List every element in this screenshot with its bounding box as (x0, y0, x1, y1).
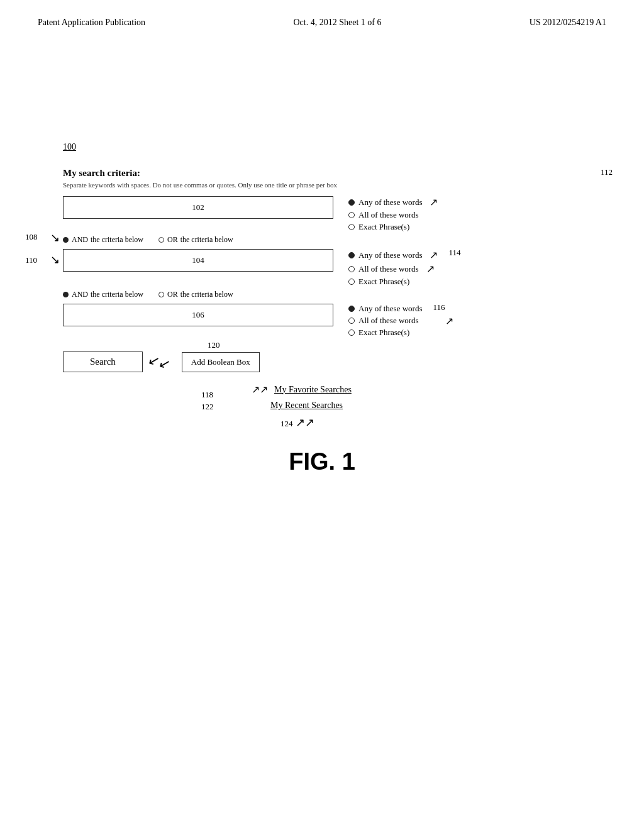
box102-label: 102 (192, 202, 204, 213)
box104-label: 104 (192, 255, 204, 265)
radio-empty-icon-2-116 (348, 329, 355, 336)
radio-exact-114-label: Exact Phrase(s) (358, 277, 409, 287)
radio-group-114: 114 Any of these words ↗ All of these wo… (348, 249, 438, 287)
radio-empty-icon-114 (348, 266, 355, 272)
box106-label: 106 (192, 310, 204, 320)
radio-empty-icon-116 (348, 318, 355, 324)
header-left: Patent Application Publication (38, 18, 145, 28)
recent-searches-link[interactable]: My Recent Searches (270, 401, 343, 411)
ref-110-label: 110 (25, 255, 37, 265)
radio-all-112-label: All of these words (358, 210, 419, 220)
radio-group-112: Any of these words ↗ All of these words … (348, 196, 438, 232)
ref-112-label: 112 (601, 167, 613, 177)
radio-any-116[interactable]: Any of these words (348, 304, 422, 314)
radio-exact-112-label: Exact Phrase(s) (358, 222, 409, 232)
ref-122-label: 122 (201, 402, 214, 412)
arrow-124: ↗↗ (296, 416, 314, 429)
search-criteria-subtitle: Separate keywords with spaces. Do not us… (63, 181, 337, 189)
ref-118-label: 118 (201, 390, 213, 400)
radio-exact-116[interactable]: Exact Phrase(s) (348, 328, 422, 338)
radio-filled-icon (348, 199, 355, 206)
radio-empty-icon (348, 212, 355, 218)
header-center: Oct. 4, 2012 Sheet 1 of 6 (293, 18, 381, 28)
or-criteria-2: the criteria below (180, 290, 233, 299)
radio-all-114[interactable]: All of these words ↗ (348, 263, 438, 275)
input-box-104[interactable]: 104 (63, 249, 333, 272)
radio-all-116-label: All of these words (358, 316, 419, 326)
arrow-116: ↗ (445, 315, 453, 327)
radio-group-116: 116 Any of these words All of these word… (348, 304, 422, 338)
favorite-searches-link[interactable]: My Favorite Searches (274, 385, 352, 395)
radio-all-116[interactable]: All of these words (348, 316, 422, 326)
and-criteria-1: the criteria below (91, 235, 143, 245)
search-criteria-title: My search criteria: (63, 168, 140, 178)
search-button[interactable]: Search (63, 351, 143, 372)
and-criteria-2: the criteria below (91, 290, 143, 299)
and-bullet-2 (63, 292, 69, 297)
radio-exact-112[interactable]: Exact Phrase(s) (348, 222, 438, 232)
arrow-120: ↙↙ (146, 351, 172, 372)
input-box-106[interactable]: 106 (63, 304, 333, 326)
radio-filled-icon-114 (348, 252, 355, 258)
arrow-112: ↗ (430, 196, 438, 208)
page-header: Patent Application Publication Oct. 4, 2… (0, 0, 644, 28)
radio-exact-114[interactable]: Exact Phrase(s) (348, 277, 438, 287)
or-criteria-1: the criteria below (180, 235, 233, 245)
header-right: US 2012/0254219 A1 (530, 18, 606, 28)
radio-any-114-label: Any of these words (358, 250, 422, 260)
arrow-all-114: ↗ (426, 263, 435, 275)
or-text-2: OR (167, 290, 178, 299)
radio-all-114-label: All of these words (358, 264, 419, 274)
and-text-2: AND (72, 290, 88, 299)
add-boolean-button[interactable]: Add Boolean Box (182, 352, 260, 372)
radio-empty-icon-2-114 (348, 279, 355, 285)
or-bullet-1 (158, 237, 164, 243)
ref-124-label: 124 (280, 419, 293, 428)
ref-108-label: 108 (25, 232, 38, 242)
or-text-1: OR (167, 235, 178, 245)
and-bullet-1 (63, 237, 69, 243)
fig-caption: FIG. 1 (289, 448, 355, 475)
input-box-102[interactable]: 102 (63, 196, 333, 219)
radio-exact-116-label: Exact Phrase(s) (358, 328, 409, 338)
radio-empty-icon-2 (348, 224, 355, 230)
or-bullet-2 (158, 292, 164, 297)
radio-any-114[interactable]: Any of these words ↗ (348, 249, 438, 261)
arrow-118: ↗↗ (252, 384, 268, 396)
radio-filled-icon-116 (348, 306, 355, 312)
arrow-108: ↘ (50, 231, 60, 245)
radio-any-112[interactable]: Any of these words ↗ (348, 196, 438, 208)
radio-all-112[interactable]: All of these words (348, 210, 438, 220)
figure-ref-100: 100 (63, 142, 76, 152)
radio-any-116-label: Any of these words (358, 304, 422, 314)
radio-any-112-label: Any of these words (358, 197, 422, 208)
arrow-114: ↗ (430, 249, 438, 261)
ref-120-label: 120 (208, 340, 220, 350)
and-text-1: AND (72, 235, 88, 245)
ref-116-label: 116 (433, 302, 445, 313)
arrow-110: ↘ (50, 253, 60, 267)
ref-114-label: 114 (448, 248, 460, 258)
